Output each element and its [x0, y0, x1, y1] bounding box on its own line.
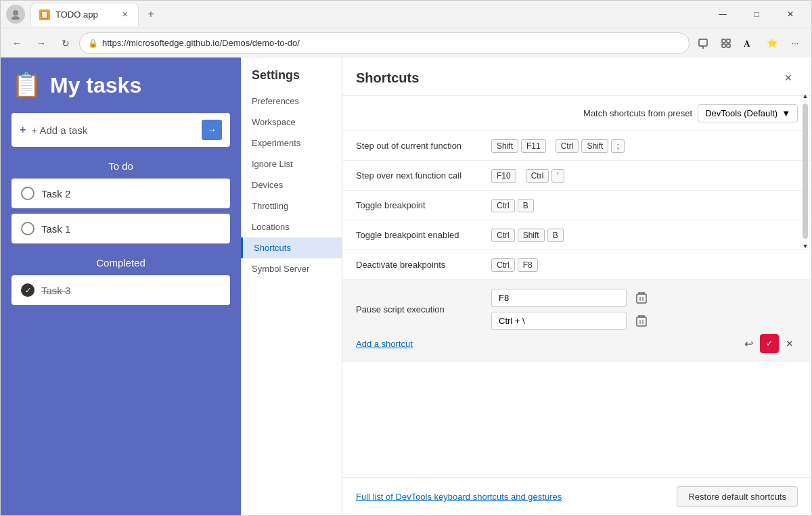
add-task-arrow-button[interactable]: → — [202, 120, 222, 140]
key-badge: Ctrl — [526, 169, 549, 183]
svg-rect-7 — [727, 44, 730, 47]
read-aloud-button[interactable]: 𝐀 — [738, 32, 760, 54]
svg-rect-6 — [722, 44, 725, 47]
shortcut-keys: F10 Ctrl ' — [491, 169, 798, 183]
key-badge: Shift — [491, 139, 518, 153]
key-badge: ; — [611, 139, 624, 153]
svg-text:𝐀: 𝐀 — [744, 38, 750, 49]
collections-button[interactable] — [715, 32, 737, 54]
more-button[interactable]: ··· — [784, 32, 806, 54]
shortcut-keys: Ctrl F8 — [491, 258, 798, 272]
key-badge: F10 — [491, 169, 516, 183]
shortcut-input-1[interactable] — [491, 289, 627, 307]
address-bar[interactable]: 🔒 https://microsoftedge.github.io/Demos/… — [79, 32, 690, 54]
undo-button[interactable]: ↩ — [740, 335, 757, 352]
todo-header: 📋 My tasks — [12, 71, 230, 99]
shortcuts-page-title: Shortcuts — [356, 70, 419, 86]
preset-label: Match shortcuts from preset — [583, 108, 692, 118]
key-badge: B — [547, 229, 564, 242]
nav-actions: 𝐀 ⭐ ··· — [692, 32, 806, 54]
favorites-button[interactable]: ⭐ — [761, 32, 783, 54]
new-tab-button[interactable]: + — [141, 5, 160, 24]
key-group: F10 — [491, 169, 516, 183]
add-task-text: + Add a task — [31, 124, 196, 136]
shortcuts-list: Step out of current function Shift F11 C… — [342, 131, 811, 477]
task-checkbox[interactable] — [21, 187, 35, 200]
shortcuts-content: Shortcuts ✕ Match shortcuts from preset … — [342, 57, 811, 515]
settings-nav-ignore-list[interactable]: Ignore List — [241, 154, 342, 174]
nav-bar: ← → ↻ 🔒 https://microsoftedge.github.io/… — [1, 28, 811, 57]
editing-input-row-2 — [491, 311, 798, 330]
todo-icon: 📋 — [12, 71, 42, 99]
scrollbar-thumb[interactable] — [803, 103, 808, 239]
close-button[interactable]: ✕ — [775, 4, 806, 24]
shortcut-name: Toggle breakpoint enabled — [356, 230, 491, 240]
key-badge: Shift — [581, 139, 608, 153]
shortcut-input-2[interactable] — [491, 312, 627, 330]
preset-row: Match shortcuts from preset DevTools (De… — [342, 96, 811, 131]
share-button[interactable] — [692, 32, 714, 54]
preset-select[interactable]: DevTools (Default) ▼ — [698, 104, 798, 122]
settings-nav-shortcuts[interactable]: Shortcuts — [241, 237, 342, 258]
key-badge: Ctrl — [556, 139, 579, 153]
task-item[interactable]: Task 1 — [12, 214, 230, 243]
key-badge: F8 — [518, 258, 538, 272]
svg-rect-4 — [722, 39, 725, 43]
settings-nav-preferences[interactable]: Preferences — [241, 91, 342, 112]
svg-rect-9 — [637, 294, 646, 303]
active-tab[interactable]: 📋 TODO app ✕ — [30, 3, 139, 26]
key-badge: Ctrl — [491, 199, 515, 212]
keyboard-shortcuts-link[interactable]: Full list of DevTools keyboard shortcuts… — [356, 492, 562, 502]
key-badge: B — [518, 199, 534, 212]
settings-nav-workspace[interactable]: Workspace — [241, 112, 342, 133]
profile-icon[interactable] — [6, 5, 25, 24]
shortcut-row: Toggle breakpoint Ctrl B — [342, 191, 811, 220]
forward-button[interactable]: → — [30, 32, 52, 54]
shortcut-row: Toggle breakpoint enabled Ctrl Shift B — [342, 220, 811, 250]
completed-task-item[interactable]: ✓ Task 3 — [12, 275, 230, 305]
maximize-button[interactable]: □ — [741, 4, 772, 24]
settings-nav-experiments[interactable]: Experiments — [241, 133, 342, 154]
add-shortcut-link[interactable]: Add a shortcut — [356, 335, 413, 353]
settings-nav-throttling[interactable]: Throttling — [241, 195, 342, 216]
todo-title: My tasks — [50, 73, 141, 98]
settings-nav-devices[interactable]: Devices — [241, 174, 342, 195]
scroll-up-arrow[interactable]: ▲ — [800, 91, 810, 101]
tab-bar: 📋 TODO app ✕ + — [30, 3, 702, 26]
task-checkbox[interactable] — [21, 222, 35, 235]
refresh-button[interactable]: ↻ — [55, 32, 76, 54]
add-task-plus: + — [20, 124, 26, 136]
shortcut-name: Step out of current function — [356, 141, 491, 151]
cancel-edit-button[interactable]: ✕ — [782, 335, 798, 352]
svg-rect-2 — [699, 39, 707, 46]
editing-input-row-1 — [491, 288, 798, 307]
confirm-button[interactable]: ✓ — [760, 334, 779, 353]
task-check-icon[interactable]: ✓ — [21, 283, 35, 297]
key-group: Ctrl Shift ; — [556, 139, 625, 153]
shortcut-row: Deactivate breakpoints Ctrl F8 — [342, 250, 811, 280]
add-task-row[interactable]: + + Add a task → — [12, 113, 230, 147]
task-item[interactable]: Task 2 — [12, 179, 230, 208]
shortcuts-close-button[interactable]: ✕ — [779, 68, 798, 87]
shortcut-keys: Ctrl B — [491, 199, 798, 212]
settings-nav-symbol-server[interactable]: Symbol Server — [241, 258, 342, 279]
svg-rect-15 — [637, 317, 646, 326]
minimize-button[interactable]: — — [707, 4, 738, 24]
settings-title: Settings — [241, 68, 342, 91]
delete-shortcut-button-2[interactable] — [632, 311, 651, 330]
address-text: https://microsoftedge.github.io/Demos/de… — [102, 38, 681, 48]
shortcut-name: Deactivate breakpoints — [356, 260, 491, 270]
editing-shortcut-name: Pause script execution — [356, 304, 491, 314]
settings-nav-locations[interactable]: Locations — [241, 216, 342, 237]
tab-favicon: 📋 — [39, 9, 50, 20]
tab-close-button[interactable]: ✕ — [119, 9, 130, 20]
editing-inputs — [491, 288, 798, 330]
shortcut-keys: Ctrl Shift B — [491, 229, 798, 242]
restore-defaults-button[interactable]: Restore default shortcuts — [677, 486, 798, 507]
svg-point-0 — [13, 10, 18, 16]
tab-title: TODO app — [55, 9, 114, 20]
delete-shortcut-button-1[interactable] — [632, 288, 651, 307]
browser-window: 📋 TODO app ✕ + — □ ✕ ← → ↻ 🔒 https://mic… — [0, 0, 812, 516]
back-button[interactable]: ← — [6, 32, 28, 54]
scroll-down-arrow[interactable]: ▼ — [800, 241, 810, 251]
